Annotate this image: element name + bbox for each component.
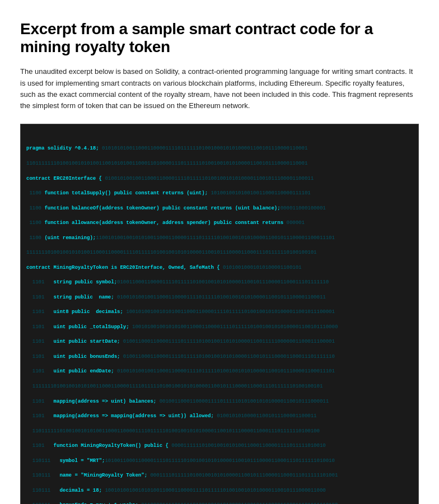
description-text: The unaudited excerpt below is based on … [20,66,419,111]
page: Excerpt from a sample smart contract cod… [0,0,439,504]
page-title: Excerpt from a sample smart contract cod… [20,20,419,56]
code-container: pragma solidity ^0.4.18; 010101010011000… [20,124,419,504]
code-block: pragma solidity ^0.4.18; 010101010011000… [26,130,413,504]
